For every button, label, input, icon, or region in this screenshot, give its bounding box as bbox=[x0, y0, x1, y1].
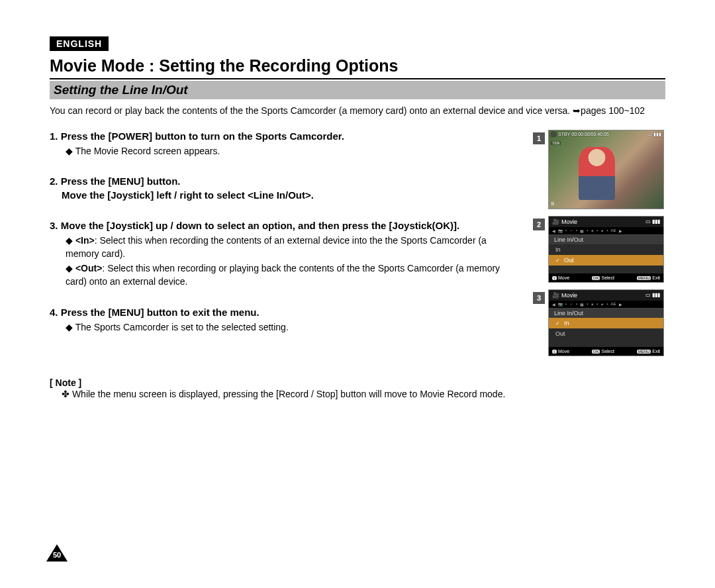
move-btn-icon: ↕ bbox=[552, 350, 557, 354]
battery-icon: ▭ ▮▮▮ bbox=[645, 219, 660, 224]
time-label: 00:00:00/00:40:05 bbox=[571, 132, 608, 136]
menu-icon-row: ◀📷•↔•▦•☀•✦•AE▶ bbox=[549, 227, 663, 235]
ok-btn-icon: OK bbox=[592, 350, 600, 354]
step-1: 1. Press the [POWER] button to turn on t… bbox=[50, 130, 521, 158]
sepia-badge: S bbox=[551, 201, 554, 207]
foot-select: Select bbox=[601, 275, 614, 280]
step-3-head: 3. Move the [Joystick] up / down to sele… bbox=[50, 219, 521, 232]
step-1-head: 1. Press the [POWER] button to turn on t… bbox=[50, 130, 521, 143]
step-3-opt-out: ◆ <Out>: Select this when recording or p… bbox=[66, 262, 521, 288]
card-icon: ▭ bbox=[647, 132, 652, 137]
step-2-head-a: 2. Press the [MENU] button. bbox=[50, 175, 521, 188]
menu-title: Line In/Out bbox=[549, 235, 663, 244]
menu-option-out: Out bbox=[549, 328, 663, 339]
screenshot-number-2: 2 bbox=[533, 219, 545, 230]
step-4-sub: The Sports Camcorder is set to the selec… bbox=[66, 321, 521, 334]
step-3-opt-in: ◆ <In>: Select this when recording the c… bbox=[66, 234, 521, 260]
step-2-head-b: Move the [Joystick] left / right to sele… bbox=[62, 189, 521, 202]
opt-out-label: <Out> bbox=[75, 263, 102, 273]
foot-move: Move bbox=[558, 349, 569, 354]
menu-option-in-label: In bbox=[564, 320, 569, 326]
resolution-badge: 720i bbox=[551, 141, 561, 145]
note-head: [ Note ] bbox=[50, 377, 521, 388]
ok-btn-icon: OK bbox=[592, 276, 600, 280]
move-btn-icon: ↕ bbox=[552, 276, 557, 280]
menu-footer: ↕Move OKSelect MENUExit bbox=[549, 347, 663, 356]
opt-out-text: : Select this when recording or playing … bbox=[66, 263, 500, 287]
preview-image bbox=[579, 147, 615, 200]
screenshot-2: Movie ▭ ▮▮▮ ◀📷•↔•▦•☀•✦•AE▶ Line In/Out I… bbox=[548, 216, 664, 283]
foot-exit: Exit bbox=[652, 349, 660, 354]
menu-btn-icon: MENU bbox=[637, 276, 651, 280]
stby-label: STBY bbox=[558, 132, 570, 136]
screenshot-3: Movie ▭ ▮▮▮ ◀📷•↔•▦•☀•✦•AE▶ Line In/Out I… bbox=[548, 289, 664, 356]
language-badge: ENGLISH bbox=[50, 36, 109, 51]
check-icon bbox=[555, 320, 561, 326]
foot-select: Select bbox=[601, 349, 614, 354]
battery-icon: ▭ ▮▮▮ bbox=[645, 292, 660, 298]
camera-icon bbox=[552, 292, 561, 299]
opt-in-text: : Select this when recording the content… bbox=[66, 235, 487, 259]
check-icon bbox=[555, 257, 561, 264]
menu-mode: Movie bbox=[561, 292, 577, 299]
screenshot-number-3: 3 bbox=[533, 292, 545, 304]
step-4-head: 4. Press the [MENU] button to exit the m… bbox=[50, 306, 521, 319]
instructions-column: 1. Press the [POWER] button to turn on t… bbox=[50, 130, 521, 401]
page-number: 50 bbox=[50, 551, 64, 559]
step-4: 4. Press the [MENU] button to exit the m… bbox=[50, 306, 521, 334]
menu-mode: Movie bbox=[561, 219, 577, 225]
menu-option-in-selected: In bbox=[549, 318, 663, 328]
screenshot-number-1: 1 bbox=[533, 132, 545, 144]
menu-footer: ↕Move OKSelect MENUExit bbox=[549, 273, 663, 282]
section-title: Setting the Line In/Out bbox=[50, 81, 665, 99]
page-title: Movie Mode : Setting the Recording Optio… bbox=[50, 56, 665, 79]
menu-option-in: In bbox=[549, 244, 663, 255]
battery-icon: ▮▮▮ bbox=[653, 132, 661, 137]
step-2: 2. Press the [MENU] button. Move the [Jo… bbox=[50, 175, 521, 202]
page-number-badge: 50 bbox=[46, 544, 68, 562]
record-icon: 🎥 bbox=[551, 132, 557, 137]
menu-title: Line In/Out bbox=[549, 309, 663, 318]
screenshot-1: 🎥 STBY 00:00:00/00:40:05 ▭ ▮▮▮ 720i S bbox=[548, 130, 664, 209]
menu-btn-icon: MENU bbox=[637, 350, 651, 354]
screenshots-column: 1 🎥 STBY 00:00:00/00:40:05 ▭ ▮▮▮ bbox=[533, 130, 665, 401]
menu-option-out-selected: Out bbox=[549, 255, 663, 266]
note-body: While the menu screen is displayed, pres… bbox=[62, 388, 521, 401]
step-1-sub: The Movie Record screen appears. bbox=[66, 145, 521, 158]
opt-in-label: <In> bbox=[75, 235, 95, 246]
menu-icon-row: ◀📷•↔•▦•☀•✦•AE▶ bbox=[549, 301, 663, 309]
foot-exit: Exit bbox=[652, 275, 660, 280]
intro-text: You can record or play back the contents… bbox=[50, 105, 665, 118]
camera-icon bbox=[552, 219, 561, 225]
foot-move: Move bbox=[558, 275, 569, 280]
menu-option-out-label: Out bbox=[564, 257, 574, 264]
step-3: 3. Move the [Joystick] up / down to sele… bbox=[50, 219, 521, 289]
